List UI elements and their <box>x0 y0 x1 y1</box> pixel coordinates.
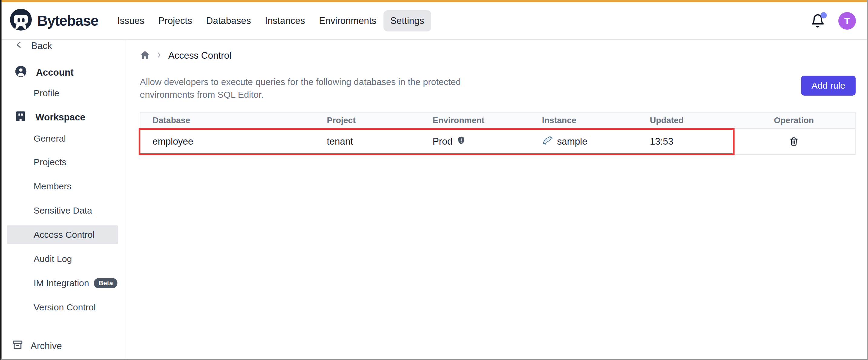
sidebar-item-label: Projects <box>34 157 66 167</box>
archive-icon <box>12 339 23 353</box>
column-header-environment: Environment <box>421 116 530 125</box>
column-header-database: Database <box>141 116 315 125</box>
sidebar-item-members[interactable]: Members <box>1 174 126 198</box>
instance-name: sample <box>557 136 587 147</box>
sidebar-item-label: Audit Log <box>34 254 72 264</box>
trash-icon <box>789 136 799 147</box>
user-circle-icon <box>14 65 28 80</box>
header-right: T <box>810 12 856 30</box>
sidebar-item-projects[interactable]: Projects <box>1 150 126 174</box>
back-label: Back <box>31 40 52 52</box>
environment-name: Prod <box>433 136 453 147</box>
nav-databases[interactable]: Databases <box>199 10 258 31</box>
access-rules-table: Database Project Environment Instance Up… <box>140 112 856 155</box>
sidebar-item-profile[interactable]: Profile <box>1 82 126 104</box>
mysql-dolphin-icon <box>542 135 553 148</box>
sidebar-item-archive[interactable]: Archive <box>1 338 126 355</box>
delete-rule-button[interactable] <box>789 136 799 147</box>
column-header-operation: Operation <box>733 116 855 125</box>
sidebar-item-sensitive-data[interactable]: Sensitive Data <box>1 198 126 223</box>
table-header-row: Database Project Environment Instance Up… <box>141 112 855 129</box>
sidebar-item-access-control[interactable]: Access Control <box>7 225 118 244</box>
updated-time: 13:53 <box>650 136 673 147</box>
page-description: Allow developers to execute queries for … <box>140 76 465 101</box>
sidebar-item-audit-log[interactable]: Audit Log <box>1 247 126 271</box>
sidebar-section-label: Workspace <box>35 112 85 123</box>
sidebar-item-general[interactable]: General <box>1 127 126 150</box>
content-head: Allow developers to execute queries for … <box>140 76 856 101</box>
avatar-initial: T <box>844 16 850 26</box>
home-icon[interactable] <box>140 50 150 61</box>
sidebar-item-label: IM Integration <box>34 278 89 288</box>
nav-environments[interactable]: Environments <box>312 10 383 31</box>
cell-project: tenant <box>315 136 421 147</box>
notification-bell-button[interactable] <box>810 13 825 28</box>
archive-label: Archive <box>31 341 62 352</box>
body-row: Back Account Profile <box>1 40 867 359</box>
cell-database: employee <box>141 136 315 147</box>
settings-sidebar: Back Account Profile <box>1 40 126 359</box>
breadcrumb-current: Access Control <box>168 50 231 61</box>
app-window: Bytebase Issues Projects Databases Insta… <box>0 0 868 360</box>
bytebase-logo[interactable]: Bytebase <box>9 8 98 34</box>
top-accent-stripe <box>1 0 867 2</box>
beta-badge: Beta <box>94 278 117 288</box>
sidebar-item-label: Access Control <box>34 230 95 240</box>
user-avatar[interactable]: T <box>838 12 856 30</box>
sidebar-item-im-integration[interactable]: IM Integration Beta <box>1 271 126 295</box>
bell-icon <box>810 24 825 29</box>
main-content: Access Control Allow developers to execu… <box>126 40 867 359</box>
table-row[interactable]: employee tenant Prod <box>141 129 855 154</box>
cell-operation <box>733 136 855 147</box>
nav-settings[interactable]: Settings <box>383 10 431 31</box>
breadcrumb: Access Control <box>140 50 856 62</box>
sidebar-section-account[interactable]: Account <box>1 63 126 82</box>
column-header-instance: Instance <box>530 116 638 125</box>
breadcrumb-chevron-icon <box>156 52 163 60</box>
database-name: employee <box>153 136 193 147</box>
sidebar-item-label: Profile <box>34 88 59 98</box>
sidebar-item-label: Members <box>34 181 71 192</box>
chevron-left-icon <box>15 40 24 52</box>
add-rule-button[interactable]: Add rule <box>801 76 856 96</box>
sidebar-item-version-control[interactable]: Version Control <box>1 295 126 320</box>
column-header-project: Project <box>315 116 421 125</box>
cell-updated: 13:53 <box>638 136 733 147</box>
protected-shield-icon <box>457 136 466 147</box>
project-name: tenant <box>327 136 353 147</box>
column-header-updated: Updated <box>638 116 733 125</box>
top-navbar: Bytebase Issues Projects Databases Insta… <box>1 2 867 40</box>
sidebar-item-label: Version Control <box>34 302 96 313</box>
nav-projects[interactable]: Projects <box>151 10 199 31</box>
nav-issues[interactable]: Issues <box>110 10 151 31</box>
cell-instance: sample <box>530 135 638 148</box>
sidebar-item-label: Sensitive Data <box>34 205 92 216</box>
sidebar-back-button[interactable]: Back <box>1 40 126 55</box>
cell-environment: Prod <box>421 136 530 147</box>
sidebar-item-label: General <box>34 133 66 144</box>
notification-dot <box>820 12 827 19</box>
sidebar-section-workspace[interactable]: Workspace <box>1 108 126 127</box>
building-icon <box>14 110 27 125</box>
sidebar-section-label: Account <box>36 67 73 78</box>
nav-instances[interactable]: Instances <box>258 10 312 31</box>
main-nav: Issues Projects Databases Instances Envi… <box>110 10 431 31</box>
bytebase-logo-icon <box>9 8 32 34</box>
brand-name: Bytebase <box>37 12 98 29</box>
